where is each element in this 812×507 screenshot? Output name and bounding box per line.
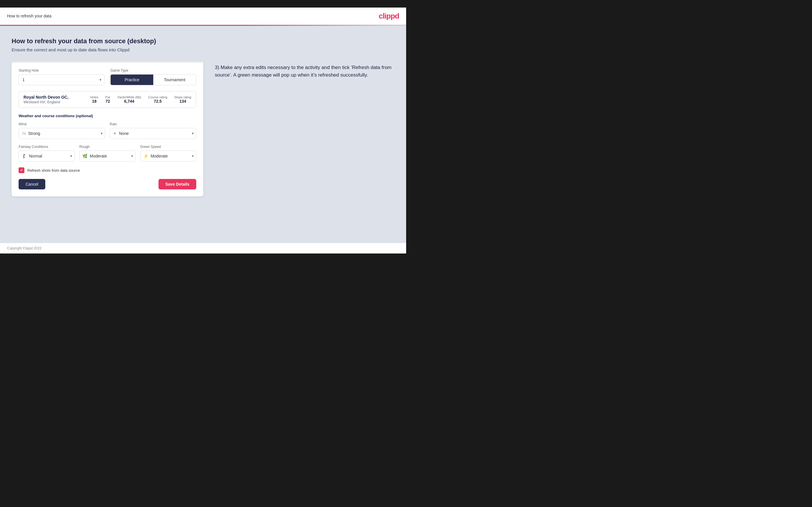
game-type-field: Game Type Practice Tournament	[110, 68, 196, 85]
cancel-button[interactable]: Cancel	[18, 179, 45, 189]
yards-label: Yards/White (M))	[117, 96, 141, 99]
game-type-toggle: Practice Tournament	[110, 74, 196, 85]
header-title: How to refresh your data	[7, 14, 51, 18]
content-row: Starting Hole 1 ▾ Game Type Practice Tou…	[12, 61, 395, 196]
page-heading: How to refresh your data from source (de…	[12, 38, 395, 45]
slope-rating-value: 134	[174, 99, 191, 104]
wind-select[interactable]: Strong	[28, 128, 105, 138]
starting-hole-select-wrapper: 1 ▾	[18, 74, 104, 85]
par-label: Par	[105, 96, 110, 99]
wind-label: Wind	[18, 122, 105, 126]
rough-select[interactable]: Moderate	[90, 151, 135, 161]
wind-field: Wind 🌬 Strong ▾	[18, 122, 105, 139]
button-row: Cancel Save Details	[18, 179, 196, 189]
course-rating-value: 72.5	[148, 99, 167, 104]
game-type-label: Game Type	[110, 68, 196, 72]
starting-hole-select[interactable]: 1	[19, 74, 104, 85]
rough-label: Rough	[79, 145, 135, 149]
yards-value: 6,744	[117, 99, 141, 104]
course-location: Westward Ho!, England	[23, 100, 68, 104]
refresh-checkbox[interactable]: ✓	[18, 167, 24, 173]
course-rating-label: Course rating	[148, 96, 167, 99]
rough-field: Rough 🌿 Moderate ▾	[79, 145, 135, 162]
rain-icon: ☀	[110, 131, 119, 136]
refresh-label: Refresh shots from data source	[27, 168, 80, 173]
slope-rating-stat: Slope rating 134	[174, 96, 191, 104]
side-note-text: 3) Make any extra edits necessary to the…	[215, 64, 395, 79]
fairway-select-wrapper: 🏌 Normal ▾	[18, 151, 74, 162]
edit-card: Starting Hole 1 ▾ Game Type Practice Tou…	[12, 61, 203, 196]
holes-value: 18	[90, 99, 98, 104]
top-fields-row: Starting Hole 1 ▾ Game Type Practice Tou…	[18, 68, 196, 85]
holes-label: Holes	[90, 96, 98, 99]
conditions-row: Fairway Conditions 🏌 Normal ▾ Rough 🌿	[18, 145, 196, 162]
rain-select-wrapper: ☀ None ▾	[110, 128, 196, 139]
copyright-text: Copyright Clippd 2022	[7, 246, 42, 250]
par-value: 72	[105, 99, 110, 104]
wind-icon: 🌬	[19, 131, 28, 136]
refresh-checkbox-row: ✓ Refresh shots from data source	[18, 167, 196, 173]
course-stats: Holes 18 Par 72 Yards/White (M)) 6,744 C…	[90, 96, 191, 104]
footer: Copyright Clippd 2022	[0, 243, 406, 253]
green-speed-field: Green Speed ⚡ Moderate ▾	[140, 145, 196, 162]
yards-stat: Yards/White (M)) 6,744	[117, 96, 141, 104]
green-speed-icon: ⚡	[141, 154, 151, 158]
tournament-button[interactable]: Tournament	[153, 74, 196, 85]
wind-rain-row: Wind 🌬 Strong ▾ Rain ☀ None	[18, 122, 196, 139]
wind-select-wrapper: 🌬 Strong ▾	[18, 128, 105, 139]
rough-icon: 🌿	[80, 154, 90, 158]
starting-hole-label: Starting Hole	[18, 68, 104, 72]
green-speed-label: Green Speed	[140, 145, 196, 149]
course-rating-stat: Course rating 72.5	[148, 96, 167, 104]
starting-hole-field: Starting Hole 1 ▾	[18, 68, 104, 85]
fairway-label: Fairway Conditions	[18, 145, 74, 149]
conditions-title: Weather and course conditions (optional)	[18, 114, 196, 118]
practice-button[interactable]: Practice	[111, 74, 153, 85]
card-top-strip	[12, 61, 203, 63]
green-speed-select[interactable]: Moderate	[151, 151, 196, 161]
rough-select-wrapper: 🌿 Moderate ▾	[79, 151, 135, 162]
holes-stat: Holes 18	[90, 96, 98, 104]
course-name: Royal North Devon GC,	[23, 95, 68, 100]
fairway-select[interactable]: Normal	[29, 151, 74, 161]
page-header: How to refresh your data clippd	[0, 7, 406, 25]
checkmark-icon: ✓	[20, 168, 23, 172]
save-button[interactable]: Save Details	[158, 179, 197, 189]
green-speed-select-wrapper: ⚡ Moderate ▾	[140, 151, 196, 162]
slope-rating-label: Slope rating	[174, 96, 191, 99]
logo: clippd	[378, 12, 399, 20]
rain-field: Rain ☀ None ▾	[110, 122, 196, 139]
rain-label: Rain	[110, 122, 196, 126]
page-subheading: Ensure the correct and most up to date d…	[12, 47, 395, 52]
course-info: Royal North Devon GC, Westward Ho!, Engl…	[23, 95, 68, 104]
fairway-icon: 🏌	[19, 154, 29, 158]
par-stat: Par 72	[105, 96, 110, 104]
course-info-row: Royal North Devon GC, Westward Ho!, Engl…	[18, 91, 196, 108]
fairway-field: Fairway Conditions 🏌 Normal ▾	[18, 145, 74, 162]
side-text-panel: 3) Make any extra edits necessary to the…	[215, 61, 395, 79]
rain-select[interactable]: None	[119, 128, 196, 138]
main-content: How to refresh your data from source (de…	[0, 26, 406, 243]
